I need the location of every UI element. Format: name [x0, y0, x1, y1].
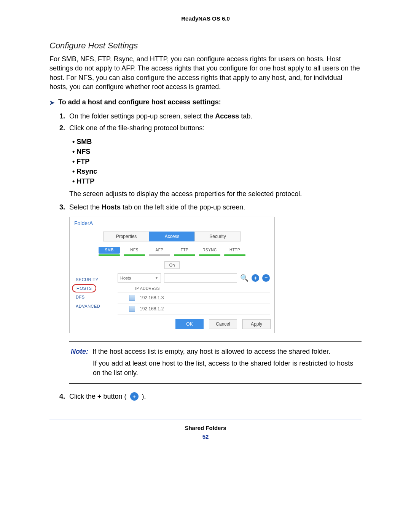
- cancel-button[interactable]: Cancel: [209, 319, 237, 329]
- ip-cell: 192.168.1.3: [140, 295, 164, 300]
- step-4: 4. Click the + button ( + ).: [59, 392, 362, 401]
- task-heading: ➤ To add a host and configure host acces…: [49, 98, 362, 106]
- host-icon: [129, 295, 135, 301]
- section-title: Configure Host Settings: [49, 41, 362, 51]
- step2-text: Click one of the file-sharing protocol b…: [69, 123, 204, 133]
- step2-after: The screen adjusts to display the access…: [69, 190, 362, 198]
- step1-text-c: tab.: [239, 112, 252, 120]
- bullet-ftp: FTP: [72, 158, 362, 166]
- search-icon[interactable]: 🔍: [240, 274, 249, 282]
- bullet-http: HTTP: [72, 177, 362, 185]
- footer-page: 52: [49, 433, 362, 440]
- remove-host-button[interactable]: −: [262, 274, 270, 282]
- step1-strong: Access: [215, 112, 239, 120]
- bullet-smb: SMB: [72, 138, 362, 146]
- step3-text-a: Select the: [69, 203, 102, 211]
- sidebar-item-security[interactable]: SECURITY: [76, 275, 118, 284]
- search-input[interactable]: [164, 273, 237, 283]
- sidebar-item-dfs[interactable]: DFS: [76, 292, 118, 302]
- tab-security[interactable]: Security: [194, 232, 241, 241]
- proto-smb[interactable]: SMB: [99, 247, 120, 256]
- chevron-right-icon: ➤: [49, 99, 54, 106]
- step-1: 1. On the folder settings pop-up screen,…: [59, 112, 362, 121]
- plus-icon: +: [130, 392, 139, 401]
- on-toggle[interactable]: On: [164, 261, 180, 269]
- add-host-button[interactable]: +: [252, 274, 259, 282]
- step3-text-c: tab on the left side of the pop-up scree…: [121, 203, 245, 211]
- note-label: Note:: [71, 348, 88, 355]
- ip-cell: 192.168.1.2: [140, 306, 164, 312]
- proto-http[interactable]: HTTP: [224, 247, 245, 256]
- hosts-select[interactable]: Hosts ▼: [118, 273, 161, 283]
- doc-header: ReadyNAS OS 6.0: [49, 15, 362, 22]
- sidebar-item-advanced[interactable]: ADVANCED: [76, 302, 118, 311]
- table-row[interactable]: 192.168.1.2: [118, 304, 270, 315]
- ip-header: IP ADDRESS: [118, 284, 270, 292]
- apply-button[interactable]: Apply: [242, 319, 271, 329]
- step4-text-a: Click the: [69, 393, 97, 400]
- dialog-title: FolderA: [70, 217, 274, 229]
- note-line2: If you add at least one host to the list…: [93, 359, 360, 378]
- step4-text-d: ).: [140, 393, 146, 400]
- folder-settings-dialog: FolderA Properties Access Security SMB N…: [69, 217, 275, 333]
- tab-properties[interactable]: Properties: [103, 232, 150, 241]
- step-2: 2. Click one of the file-sharing protoco…: [59, 123, 362, 133]
- section-intro: For SMB, NFS, FTP, Rsync, and HTTP, you …: [49, 54, 362, 91]
- step3-strong: Hosts: [102, 203, 121, 211]
- step4-strong: +: [97, 393, 102, 400]
- proto-nfs[interactable]: NFS: [124, 247, 145, 256]
- hosts-select-label: Hosts: [120, 276, 131, 280]
- footer-section: Shared Folders: [49, 425, 362, 431]
- sidebar-item-hosts[interactable]: HOSTS: [72, 284, 96, 292]
- chevron-down-icon: ▼: [155, 276, 158, 280]
- proto-ftp[interactable]: FTP: [174, 247, 195, 256]
- bullet-nfs: NFS: [72, 148, 362, 156]
- proto-rsync[interactable]: RSYNC: [199, 247, 220, 256]
- bullet-rsync: Rsync: [72, 168, 362, 176]
- proto-afp[interactable]: AFP: [149, 247, 170, 256]
- host-icon: [129, 306, 135, 312]
- note-line1: If the host access list is empty, any ho…: [92, 348, 330, 355]
- note-block: Note: If the host access list is empty, …: [69, 341, 362, 384]
- footer-rule: [49, 420, 362, 420]
- tab-access[interactable]: Access: [149, 232, 195, 241]
- step4-text-c: button (: [102, 393, 129, 400]
- step1-text-a: On the folder settings pop-up screen, se…: [69, 112, 215, 120]
- task-label: To add a host and configure host access …: [58, 98, 221, 106]
- table-row[interactable]: 192.168.1.3: [118, 292, 270, 304]
- step-3: 3. Select the Hosts tab on the left side…: [59, 203, 362, 212]
- ok-button[interactable]: OK: [175, 319, 204, 329]
